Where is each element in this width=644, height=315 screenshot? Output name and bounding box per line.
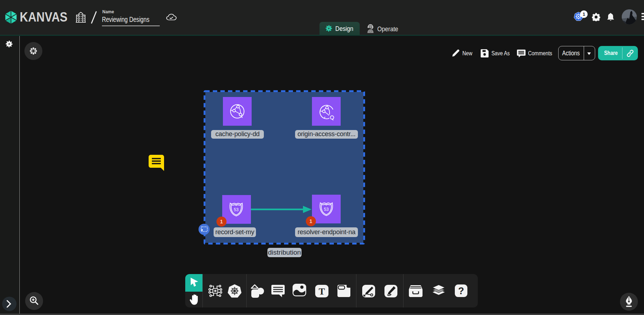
svg-text:?: ? bbox=[458, 286, 464, 296]
svg-text:53: 53 bbox=[234, 207, 239, 212]
svg-text:T: T bbox=[319, 286, 325, 297]
svg-text:53: 53 bbox=[324, 207, 329, 212]
